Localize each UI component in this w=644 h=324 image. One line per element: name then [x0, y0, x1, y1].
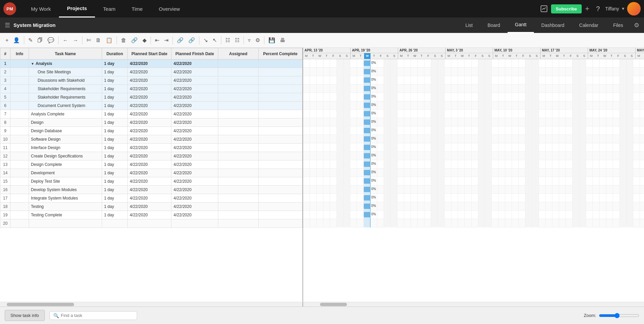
delete-button[interactable]: 🗑	[119, 36, 128, 45]
table-row[interactable]: 8 Design 1 day 4/22/2020 4/22/2020	[0, 118, 302, 127]
add-user-button[interactable]: 👤	[11, 36, 22, 45]
link-button[interactable]: 🔗	[129, 36, 140, 45]
gantt-cell	[411, 143, 418, 152]
gantt-cell	[640, 135, 644, 143]
gantt-cell	[633, 185, 640, 194]
user-area[interactable]: Tiffany ▼	[605, 2, 641, 15]
paste-button[interactable]: 📋	[104, 36, 115, 45]
indent-out-button[interactable]: ⇤	[153, 36, 161, 45]
comment-button[interactable]: 💬	[45, 36, 56, 45]
find-task-input-wrap[interactable]: 🔍	[50, 311, 137, 320]
tab-dashboard[interactable]: Dashboard	[534, 17, 572, 33]
add-icon[interactable]: +	[582, 4, 593, 13]
indent-in-button[interactable]: ⇥	[162, 36, 170, 45]
table-row[interactable]: 16 Develop System Modules 1 day 4/22/202…	[0, 186, 302, 194]
row-num: 5	[0, 93, 10, 102]
gantt-cell	[559, 127, 566, 135]
gantt-cell	[532, 194, 539, 202]
table-row[interactable]: 4 Stakeholder Requirements 1 day 4/22/20…	[0, 85, 302, 93]
find-task-field[interactable]	[61, 313, 133, 318]
edit-button[interactable]: ✎	[26, 36, 35, 45]
save-button[interactable]: 💾	[266, 36, 277, 45]
right-scrollbar[interactable]	[303, 302, 644, 307]
gantt-cell	[317, 84, 323, 93]
export-button[interactable]: ↘	[201, 36, 210, 45]
gantt-cell	[472, 194, 478, 202]
gantt-row	[303, 219, 644, 227]
table-row[interactable]: 13 Design Complete 1 day 4/22/2020 4/22/…	[0, 160, 302, 169]
table-row[interactable]: 10 Software Design 1 day 4/22/2020 4/22/…	[0, 135, 302, 144]
row-duration: 1 day	[102, 118, 128, 127]
gantt-cell	[566, 202, 573, 211]
add-task-button[interactable]: +	[3, 36, 10, 45]
tab-files[interactable]: Files	[606, 17, 631, 33]
table-row[interactable]: 11 Interface Design 1 day 4/22/2020 4/22…	[0, 144, 302, 152]
row-pct	[258, 127, 302, 135]
tab-board[interactable]: Board	[480, 17, 508, 33]
table-row[interactable]: 15 Deploy Test Site 1 day 4/22/2020 4/22…	[0, 177, 302, 186]
gantt-cell	[438, 185, 445, 194]
table-row[interactable]: 7 Analysis Complete 1 day 4/22/2020 4/22…	[0, 110, 302, 118]
tab-list[interactable]: List	[458, 17, 480, 33]
print-button[interactable]: 🖶	[278, 36, 287, 45]
gantt-cell	[451, 143, 458, 152]
table-row[interactable]: 20	[0, 219, 302, 228]
tab-calendar[interactable]: Calendar	[572, 17, 606, 33]
left-scroll-thumb[interactable]	[7, 303, 74, 306]
table-row[interactable]: 19 Testing Complete 1 day 4/22/2020 4/22…	[0, 211, 302, 219]
help-icon[interactable]: ?	[593, 5, 603, 13]
table-button[interactable]: ☷	[223, 36, 232, 45]
unchain-button[interactable]: 🔗	[186, 36, 197, 45]
subscribe-button[interactable]: Subscribe	[551, 4, 582, 13]
table-row[interactable]: 6 Document Current System 1 day 4/22/202…	[0, 102, 302, 110]
gantt-cell	[606, 127, 613, 135]
nav-my-work[interactable]: My Work	[23, 0, 59, 17]
pm-logo[interactable]: PM	[3, 2, 16, 15]
table-row[interactable]: 3 Disussions with Stakehold 1 day 4/22/2…	[0, 76, 302, 85]
gantt-cell	[418, 127, 424, 135]
table-row[interactable]: 2 One Site Meetings 1 day 4/22/2020 4/22…	[0, 68, 302, 76]
gantt-cell	[344, 160, 350, 169]
left-scrollbar[interactable]	[0, 302, 303, 307]
row-finish: 4/22/2020	[171, 110, 218, 118]
gantt-cell	[519, 219, 525, 227]
gantt-cell	[377, 127, 384, 135]
nav-team[interactable]: Team	[95, 0, 124, 17]
table-row[interactable]: 18 Testing 1 day 4/22/2020 4/22/2020	[0, 203, 302, 211]
settings2-button[interactable]: ⚙	[253, 36, 262, 45]
table-row[interactable]: 17 Integrate System Modules 1 day 4/22/2…	[0, 194, 302, 203]
show-task-info-button[interactable]: Show task info	[5, 310, 45, 321]
columns-button[interactable]: ☷	[233, 36, 242, 45]
nav-time[interactable]: Time	[124, 0, 151, 17]
separator-4	[117, 36, 117, 44]
nav-overview[interactable]: Overview	[151, 0, 188, 17]
gantt-cell	[377, 68, 384, 76]
tab-gantt[interactable]: Gantt	[508, 17, 534, 33]
nav-projects[interactable]: Projects	[59, 0, 95, 17]
undo-button[interactable]: ←	[61, 36, 70, 45]
table-row[interactable]: 1 ▼Analysis 1 day 4/22/2020 4/22/2020	[0, 60, 302, 68]
gantt-cell	[357, 59, 364, 68]
settings-icon[interactable]: ⚙	[634, 22, 639, 29]
copy-button[interactable]: 🗍	[35, 36, 45, 45]
gantt-cell	[411, 169, 418, 177]
import-button[interactable]: ↖	[211, 36, 219, 45]
menu-icon[interactable]: ☰	[5, 22, 10, 29]
row-taskname: Interface Design	[29, 144, 102, 152]
redo-button[interactable]: →	[71, 36, 80, 45]
gantt-cell	[350, 68, 357, 76]
zoom-slider[interactable]	[599, 313, 639, 318]
cut-button[interactable]: ✄	[85, 36, 93, 45]
copy2-button[interactable]: 🗎	[94, 36, 103, 45]
table-row[interactable]: 14 Development 1 day 4/22/2020 4/22/2020	[0, 169, 302, 177]
shape-button[interactable]: ◆	[140, 36, 149, 45]
gantt-cell	[546, 219, 552, 227]
right-scroll-thumb[interactable]	[320, 303, 347, 306]
table-row[interactable]: 5 Stakeholder Requirements 1 day 4/22/20…	[0, 93, 302, 102]
table-row[interactable]: 12 Create Design Specifications 1 day 4/…	[0, 152, 302, 160]
analytics-icon[interactable]	[537, 5, 551, 12]
table-row[interactable]: 9 Design Database 1 day 4/22/2020 4/22/2…	[0, 127, 302, 135]
gantt-cell	[465, 194, 472, 202]
filter-button[interactable]: ▿	[246, 36, 253, 45]
chain-button[interactable]: 🔗	[175, 36, 186, 45]
